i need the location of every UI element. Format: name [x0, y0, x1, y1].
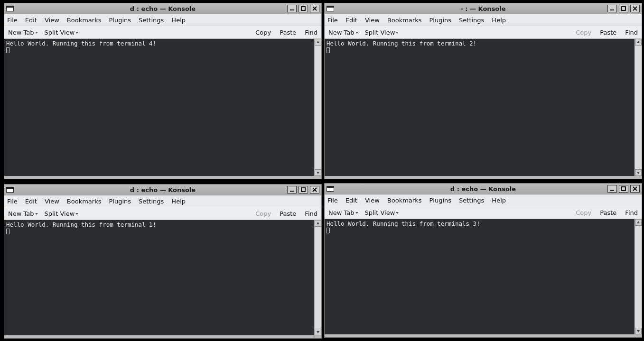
window-title: d : echo — Konsole	[4, 186, 321, 194]
chevron-down-icon	[355, 212, 358, 214]
scroll-up-button[interactable]	[315, 39, 321, 46]
paste-button[interactable]: Paste	[600, 209, 616, 216]
terminal-output[interactable]: Hello World. Running this from terminals…	[325, 219, 635, 334]
paste-button[interactable]: Paste	[280, 29, 296, 36]
find-button[interactable]: Find	[625, 209, 638, 216]
copy-button: Copy	[255, 210, 271, 217]
maximize-button[interactable]	[299, 5, 308, 12]
menu-help[interactable]: Help	[492, 17, 506, 24]
svg-marker-17	[317, 331, 319, 333]
menu-edit[interactable]: Edit	[25, 198, 37, 205]
menu-bookmarks[interactable]: Bookmarks	[67, 17, 102, 24]
menu-view[interactable]: View	[365, 17, 380, 24]
toolbar: New Tab Split View Copy Paste Find	[325, 206, 642, 219]
menu-settings[interactable]: Settings	[139, 17, 164, 24]
new-tab-button[interactable]: New Tab	[8, 29, 38, 36]
copy-button[interactable]: Copy	[255, 29, 271, 36]
scroll-down-button[interactable]	[315, 169, 321, 176]
copy-button: Copy	[576, 209, 591, 216]
scrollbar[interactable]	[635, 39, 642, 176]
new-tab-button[interactable]: New Tab	[328, 209, 358, 216]
maximize-button[interactable]	[619, 5, 628, 12]
menu-help[interactable]: Help	[492, 197, 506, 204]
menu-view[interactable]: View	[365, 197, 380, 204]
paste-button[interactable]: Paste	[600, 29, 616, 36]
menu-plugins[interactable]: Plugins	[109, 198, 131, 205]
menu-bookmarks[interactable]: Bookmarks	[387, 197, 422, 204]
find-button[interactable]: Find	[305, 210, 317, 217]
menubar: File Edit View Bookmarks Plugins Setting…	[325, 194, 642, 206]
svg-rect-1	[301, 7, 305, 10]
cursor-icon	[6, 229, 9, 234]
close-button[interactable]	[310, 186, 319, 194]
menu-bookmarks[interactable]: Bookmarks	[387, 17, 422, 24]
minimize-button[interactable]	[607, 185, 617, 193]
menu-settings[interactable]: Settings	[459, 197, 484, 204]
window-title: d : echo — Konsole	[4, 5, 321, 12]
konsole-window: d : echo — Konsole File Edit View Bookma…	[324, 183, 642, 338]
menu-edit[interactable]: Edit	[345, 17, 357, 24]
menu-file[interactable]: File	[7, 17, 18, 24]
chevron-down-icon	[355, 32, 358, 34]
copy-label: Copy	[255, 210, 271, 217]
menu-settings[interactable]: Settings	[459, 17, 484, 24]
menu-plugins[interactable]: Plugins	[429, 197, 451, 204]
chevron-down-icon	[75, 213, 78, 215]
scroll-up-button[interactable]	[635, 39, 642, 46]
maximize-button[interactable]	[299, 186, 308, 194]
split-view-button[interactable]: Split View	[365, 209, 399, 216]
scrollbar[interactable]	[314, 220, 321, 335]
menu-plugins[interactable]: Plugins	[109, 17, 131, 24]
menu-file[interactable]: File	[327, 17, 338, 24]
split-view-button[interactable]: Split View	[365, 29, 399, 36]
menu-view[interactable]: View	[45, 17, 59, 24]
find-button[interactable]: Find	[625, 29, 638, 36]
split-view-button[interactable]: Split View	[45, 210, 79, 217]
scroll-track[interactable]	[635, 226, 642, 328]
scroll-track[interactable]	[315, 46, 321, 169]
minimize-button[interactable]	[607, 5, 617, 12]
titlebar[interactable]: d : echo — Konsole	[4, 3, 321, 14]
terminal-output[interactable]: Hello World. Running this from terminal …	[325, 39, 635, 176]
menu-help[interactable]: Help	[171, 17, 186, 24]
close-button[interactable]	[630, 5, 640, 12]
paste-button[interactable]: Paste	[280, 210, 296, 217]
terminal-output[interactable]: Hello World. Running this from terminal …	[4, 39, 314, 176]
scroll-up-button[interactable]	[635, 219, 642, 226]
app-icon	[327, 6, 334, 11]
scroll-down-button[interactable]	[635, 328, 642, 334]
konsole-window: - : — Konsole File Edit View Bookmarks P…	[324, 3, 642, 179]
scroll-track[interactable]	[315, 227, 321, 329]
new-tab-button[interactable]: New Tab	[8, 210, 38, 217]
scroll-down-button[interactable]	[635, 169, 642, 176]
terminal-output[interactable]: Hello World. Running this from terminal …	[4, 220, 314, 335]
titlebar[interactable]: d : echo — Konsole	[4, 184, 321, 195]
scroll-down-button[interactable]	[315, 329, 321, 335]
menu-view[interactable]: View	[45, 198, 59, 205]
new-tab-label: New Tab	[328, 29, 355, 36]
menu-bookmarks[interactable]: Bookmarks	[67, 198, 102, 205]
find-button[interactable]: Find	[305, 29, 317, 36]
scroll-track[interactable]	[635, 46, 642, 169]
svg-rect-13	[301, 188, 305, 192]
menu-edit[interactable]: Edit	[345, 197, 357, 204]
copy-label: Copy	[576, 209, 591, 216]
menu-file[interactable]: File	[7, 198, 18, 205]
close-button[interactable]	[630, 185, 640, 193]
menu-plugins[interactable]: Plugins	[429, 17, 451, 24]
scrollbar[interactable]	[314, 39, 321, 176]
titlebar[interactable]: d : echo — Konsole	[325, 184, 642, 194]
scroll-up-button[interactable]	[315, 220, 321, 227]
minimize-button[interactable]	[287, 5, 297, 12]
menu-edit[interactable]: Edit	[25, 17, 37, 24]
titlebar[interactable]: - : — Konsole	[325, 3, 642, 14]
close-button[interactable]	[310, 5, 319, 12]
new-tab-button[interactable]: New Tab	[328, 29, 358, 36]
menu-help[interactable]: Help	[171, 198, 186, 205]
split-view-button[interactable]: Split View	[45, 29, 79, 36]
minimize-button[interactable]	[287, 186, 297, 194]
menu-settings[interactable]: Settings	[139, 198, 164, 205]
menu-file[interactable]: File	[327, 197, 338, 204]
scrollbar[interactable]	[635, 219, 642, 334]
maximize-button[interactable]	[619, 185, 628, 193]
